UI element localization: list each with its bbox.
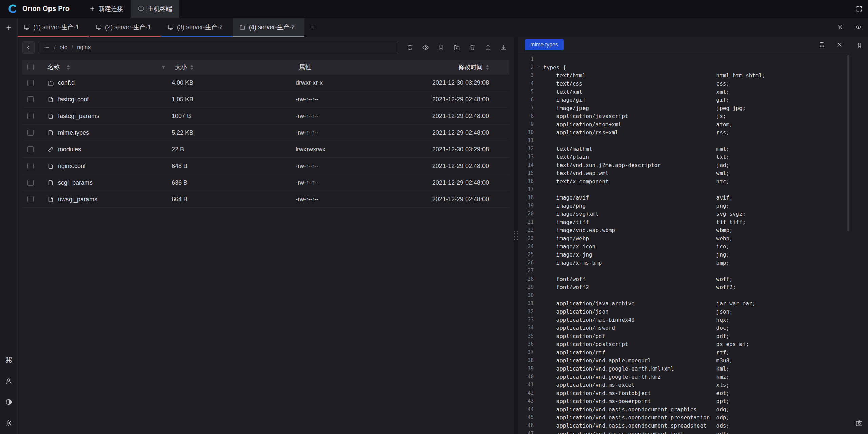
code-line[interactable]: 22 image/vnd.wap.wbmp wbmp; xyxy=(518,226,850,234)
file-row[interactable]: fastcgi_params1007 B-rw-r--r--2021-12-29… xyxy=(22,108,509,125)
file-name[interactable]: nginx.conf xyxy=(58,163,86,170)
file-name[interactable]: fastcgi_params xyxy=(58,113,99,120)
path-segment[interactable]: etc xyxy=(60,44,67,51)
editor-scrollbar[interactable] xyxy=(847,55,849,231)
code-line[interactable]: 39 application/vnd.google-earth.kml+xml … xyxy=(518,364,850,373)
file-row[interactable]: mime.types5.22 KB-rw-r--r--2021-12-29 02… xyxy=(22,125,509,141)
path-segment[interactable]: nginx xyxy=(77,44,91,51)
file-row[interactable]: modules22 Blrwxrwxrwx2021-12-30 03:29:08 xyxy=(22,141,509,158)
swap-vertical-icon[interactable] xyxy=(853,39,865,52)
code-line[interactable]: 11 xyxy=(518,136,850,145)
code-line[interactable]: 27 xyxy=(518,267,850,275)
trash-button[interactable] xyxy=(467,42,478,53)
file-name[interactable]: fastcgi.conf xyxy=(58,96,89,103)
sort-name-control[interactable] xyxy=(67,65,70,70)
code-line[interactable]: 25 image/x-jng jng; xyxy=(518,250,850,259)
code-line[interactable]: 30 xyxy=(518,291,850,299)
code-line[interactable]: 43 application/vnd.ms-powerpoint ppt; xyxy=(518,397,850,405)
row-checkbox[interactable] xyxy=(27,180,34,186)
save-icon[interactable] xyxy=(818,41,826,49)
screenshot-icon[interactable] xyxy=(853,417,865,429)
code-line[interactable]: 24 image/x-icon ico; xyxy=(518,242,850,250)
filter-icon[interactable] xyxy=(161,65,166,70)
code-line[interactable]: 31 application/java-archive jar war ear; xyxy=(518,299,850,307)
file-name[interactable]: conf.d xyxy=(58,79,75,87)
code-line[interactable]: 4 text/css css; xyxy=(518,79,850,88)
fullscreen-icon[interactable] xyxy=(850,0,868,18)
code-line[interactable]: 3 text/html html htm shtml; xyxy=(518,71,850,79)
code-editor[interactable]: 12types {3 text/html html htm shtml;4 te… xyxy=(518,53,850,434)
add-connection-button[interactable] xyxy=(3,22,15,34)
row-checkbox[interactable] xyxy=(27,96,34,102)
code-line[interactable]: 46 application/vnd.oasis.opendocument.sp… xyxy=(518,421,850,430)
add-tab-button[interactable] xyxy=(305,18,321,37)
code-line[interactable]: 15 text/vnd.wap.wml wml; xyxy=(518,169,850,177)
code-line[interactable]: 36 application/postscript ps eps ai; xyxy=(518,340,850,348)
code-icon[interactable] xyxy=(852,20,865,34)
session-tab-1[interactable]: (1) server-生产-1 xyxy=(18,18,89,37)
code-line[interactable]: 35 application/pdf pdf; xyxy=(518,332,850,340)
code-line[interactable]: 14 text/vnd.sun.j2me.app-descriptor jad; xyxy=(518,161,850,169)
code-line[interactable]: 44 application/vnd.oasis.opendocument.gr… xyxy=(518,405,850,413)
file-row[interactable]: scgi_params636 B-rw-r--r--2021-12-29 02:… xyxy=(22,174,509,191)
file-row[interactable]: uwsgi_params664 B-rw-r--r--2021-12-29 02… xyxy=(22,191,509,208)
code-line[interactable]: 42 application/vnd.ms-fontobject eot; xyxy=(518,389,850,397)
panel-splitter[interactable] xyxy=(514,37,518,434)
file-row[interactable]: nginx.conf648 B-rw-r--r--2021-12-29 02:4… xyxy=(22,158,509,174)
code-line[interactable]: 33 application/mac-binhex40 hqx; xyxy=(518,316,850,324)
code-line[interactable]: 32 application/json json; xyxy=(518,307,850,316)
code-line[interactable]: 47 application/vnd.oasis.opendocument.te… xyxy=(518,430,850,434)
code-line[interactable]: 29 font/woff2 woff2; xyxy=(518,283,850,291)
code-line[interactable]: 19 image/png png; xyxy=(518,202,850,210)
select-all-checkbox[interactable] xyxy=(27,64,34,70)
code-line[interactable]: 10 application/rss+xml rss; xyxy=(518,128,850,136)
file-row[interactable]: conf.d4.00 KBdrwxr-xr-x2021-12-30 03:29:… xyxy=(22,75,509,91)
row-checkbox[interactable] xyxy=(27,113,34,119)
file-name[interactable]: uwsgi_params xyxy=(58,196,97,203)
code-line[interactable]: 21 image/tiff tif tiff; xyxy=(518,218,850,226)
code-line[interactable]: 38 application/vnd.apple.mpegurl m3u8; xyxy=(518,356,850,364)
session-tab-4[interactable]: (4) server-生产-2 xyxy=(233,18,304,37)
open-file-tab[interactable]: mime.types xyxy=(525,39,564,50)
path-breadcrumb[interactable]: /etc/nginx xyxy=(39,41,398,54)
code-line[interactable]: 2types { xyxy=(518,63,850,71)
top-nav-item-2[interactable]: 主机终端 xyxy=(131,0,179,18)
row-checkbox[interactable] xyxy=(27,196,34,202)
settings-icon[interactable] xyxy=(3,417,15,429)
row-checkbox[interactable] xyxy=(27,80,34,86)
code-line[interactable]: 16 text/x-component htc; xyxy=(518,177,850,185)
file-name[interactable]: mime.types xyxy=(58,129,89,136)
session-tab-3[interactable]: (3) server-生产-2 xyxy=(161,18,233,37)
fold-chevron-icon[interactable] xyxy=(534,65,543,70)
code-line[interactable]: 45 application/vnd.oasis.opendocument.pr… xyxy=(518,413,850,421)
back-button[interactable] xyxy=(22,41,35,54)
code-line[interactable]: 41 application/vnd.ms-excel xls; xyxy=(518,381,850,389)
sort-mtime-control[interactable] xyxy=(486,65,489,70)
code-line[interactable]: 40 application/vnd.google-earth.kmz kmz; xyxy=(518,373,850,381)
code-line[interactable]: 18 image/avif avif; xyxy=(518,193,850,202)
command-icon[interactable]: ⌘ xyxy=(3,354,15,366)
row-checkbox[interactable] xyxy=(27,130,34,136)
close-editor-icon[interactable] xyxy=(835,41,844,49)
upload-button[interactable] xyxy=(482,42,494,53)
code-line[interactable]: 13 text/plain txt; xyxy=(518,153,850,161)
code-line[interactable]: 6 image/gif gif; xyxy=(518,96,850,104)
close-icon[interactable] xyxy=(833,20,847,34)
code-line[interactable]: 34 application/msword doc; xyxy=(518,324,850,332)
user-icon[interactable] xyxy=(3,375,15,387)
folder-plus-button[interactable] xyxy=(451,42,462,53)
download-button[interactable] xyxy=(498,42,509,53)
code-line[interactable]: 26 image/x-ms-bmp bmp; xyxy=(518,259,850,267)
theme-icon[interactable] xyxy=(3,396,15,408)
refresh-button[interactable] xyxy=(404,42,416,53)
file-name[interactable]: scgi_params xyxy=(58,179,93,186)
code-line[interactable]: 20 image/svg+xml svg svgz; xyxy=(518,210,850,218)
code-line[interactable]: 7 image/jpeg jpeg jpg; xyxy=(518,104,850,112)
top-nav-item-1[interactable]: 新建连接 xyxy=(82,0,131,18)
eye-button[interactable] xyxy=(420,42,431,53)
code-line[interactable]: 37 application/rtf rtf; xyxy=(518,348,850,356)
code-line[interactable]: 5 text/xml xml; xyxy=(518,88,850,96)
code-line[interactable]: 12 text/mathml mml; xyxy=(518,145,850,153)
code-line[interactable]: 8 application/javascript js; xyxy=(518,112,850,120)
sort-size-control[interactable] xyxy=(190,65,193,70)
